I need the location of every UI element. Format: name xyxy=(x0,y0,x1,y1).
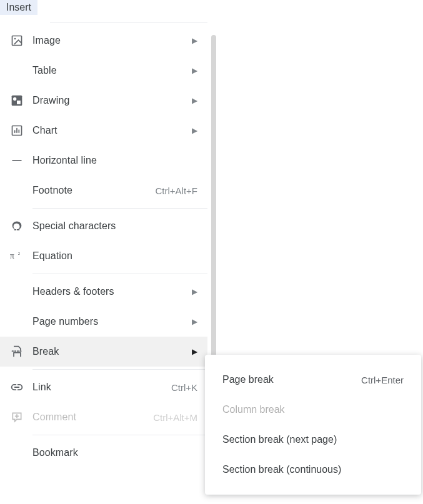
menu-item-label: Break xyxy=(32,346,187,357)
menu-item-bookmark[interactable]: Bookmark xyxy=(0,438,207,468)
chevron-right-icon: ▶ xyxy=(192,287,197,296)
menu-item-label: Chart xyxy=(32,125,187,136)
menu-item-label: Table xyxy=(32,65,187,76)
menu-item-label: Special characters xyxy=(32,220,197,232)
shortcut-text: Ctrl+Alt+M xyxy=(153,412,197,423)
menu-item-link[interactable]: Link Ctrl+K xyxy=(0,372,207,402)
separator xyxy=(32,369,207,370)
menu-item-drawing[interactable]: Drawing ▶ xyxy=(0,86,207,116)
submenu-item-label: Section break (continuous) xyxy=(222,464,404,475)
svg-point-3 xyxy=(13,97,16,101)
menu-item-horizontal-line[interactable]: Horizontal line xyxy=(0,146,207,175)
menu-item-label: Link xyxy=(32,382,166,393)
menu-item-image[interactable]: Image ▶ xyxy=(0,26,207,56)
submenu-item-column-break: Column break xyxy=(205,395,421,425)
horizontal-line-icon xyxy=(10,154,24,167)
page-break-icon xyxy=(10,345,24,358)
svg-rect-4 xyxy=(17,101,21,104)
comment-icon xyxy=(10,410,24,424)
menu-item-label: Bookmark xyxy=(32,447,197,458)
menu-item-label: Horizontal line xyxy=(32,155,197,166)
page-numbers-icon xyxy=(10,315,24,329)
svg-rect-0 xyxy=(12,36,22,46)
table-icon xyxy=(10,64,24,77)
svg-text:2: 2 xyxy=(18,251,20,255)
menu-item-label: Page numbers xyxy=(32,316,187,327)
submenu-item-page-break[interactable]: Page break Ctrl+Enter xyxy=(205,365,421,395)
chevron-right-icon: ▶ xyxy=(192,126,197,135)
headers-footers-icon xyxy=(10,285,24,299)
svg-point-1 xyxy=(14,38,16,40)
separator xyxy=(32,435,207,435)
bookmark-icon xyxy=(10,446,24,460)
submenu-item-section-break-continuous[interactable]: Section break (continuous) xyxy=(205,455,421,485)
menu-item-label: Headers & footers xyxy=(32,286,187,297)
menu-item-special-characters[interactable]: Special characters xyxy=(0,211,207,241)
link-icon xyxy=(10,380,24,394)
drawing-icon xyxy=(10,94,24,107)
separator xyxy=(32,208,207,209)
svg-text:π: π xyxy=(10,251,14,260)
menu-item-footnote[interactable]: Footnote Ctrl+Alt+F xyxy=(0,175,207,205)
menu-item-label: Footnote xyxy=(32,185,150,196)
menu-item-label: Comment xyxy=(32,412,148,423)
chart-icon xyxy=(10,124,24,137)
equation-icon: π2 xyxy=(10,249,24,263)
chevron-right-icon: ▶ xyxy=(192,347,197,356)
menu-item-label: Image xyxy=(32,35,187,46)
menu-item-page-numbers[interactable]: Page numbers ▶ xyxy=(0,307,207,337)
separator xyxy=(32,274,207,274)
submenu-item-label: Section break (next page) xyxy=(222,434,404,445)
menu-title-insert[interactable]: Insert xyxy=(0,0,37,15)
insert-dropdown-menu: Image ▶ Table ▶ Drawing ▶ Chart ▶ Horizo… xyxy=(0,16,207,468)
chevron-right-icon: ▶ xyxy=(192,36,197,45)
shortcut-text: Ctrl+K xyxy=(171,382,197,393)
break-submenu: Page break Ctrl+Enter Column break Secti… xyxy=(205,355,421,495)
menu-item-label: Drawing xyxy=(32,95,187,106)
menu-item-equation[interactable]: π2 Equation xyxy=(0,241,207,271)
shortcut-text: Ctrl+Alt+F xyxy=(155,185,197,196)
separator xyxy=(50,22,207,23)
menu-item-headers-footers[interactable]: Headers & footers ▶ xyxy=(0,277,207,307)
menu-item-break[interactable]: Break ▶ xyxy=(0,337,207,367)
menu-item-table[interactable]: Table ▶ xyxy=(0,56,207,86)
chevron-right-icon: ▶ xyxy=(192,96,197,105)
submenu-item-label: Column break xyxy=(222,404,404,415)
shortcut-text: Ctrl+Enter xyxy=(361,375,404,385)
menu-item-label: Equation xyxy=(32,250,197,262)
image-icon xyxy=(10,34,24,47)
chevron-right-icon: ▶ xyxy=(192,317,197,326)
menu-item-chart[interactable]: Chart ▶ xyxy=(0,116,207,146)
submenu-item-label: Page break xyxy=(222,374,356,385)
chevron-right-icon: ▶ xyxy=(192,66,197,75)
submenu-item-section-break-next-page[interactable]: Section break (next page) xyxy=(205,425,421,455)
footnote-icon xyxy=(10,184,24,197)
menu-item-comment: Comment Ctrl+Alt+M xyxy=(0,402,207,432)
omega-icon xyxy=(10,219,24,233)
